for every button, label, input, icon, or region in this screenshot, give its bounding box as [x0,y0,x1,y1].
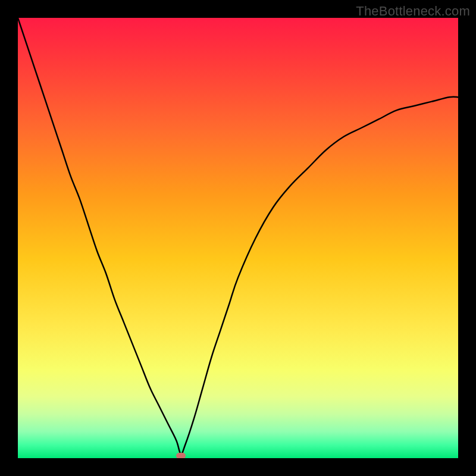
chart-curve [18,18,458,458]
chart-area [18,18,458,458]
min-point-marker [176,453,186,458]
watermark-text: TheBottleneck.com [356,4,470,19]
